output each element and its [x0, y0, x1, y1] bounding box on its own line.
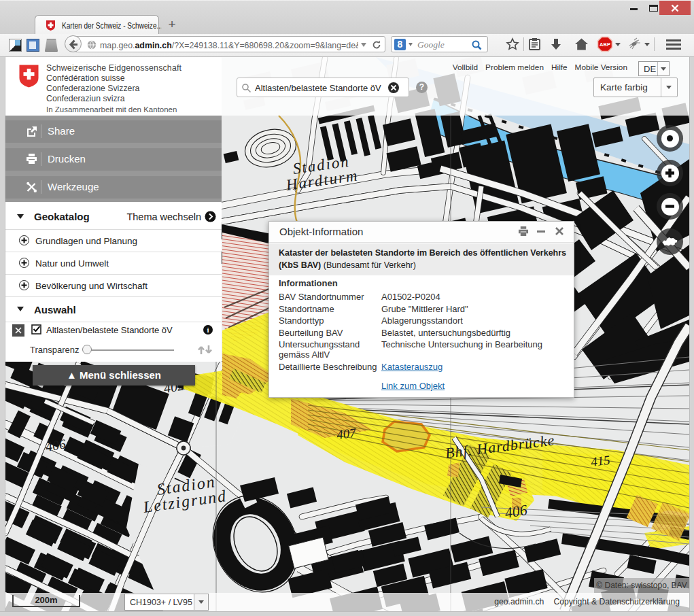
svg-text:ABP: ABP	[600, 41, 610, 48]
svg-text:406: 406	[504, 501, 529, 521]
svg-text:415: 415	[590, 453, 611, 469]
svg-text:406: 406	[44, 437, 67, 454]
svg-text:407: 407	[336, 425, 358, 441]
